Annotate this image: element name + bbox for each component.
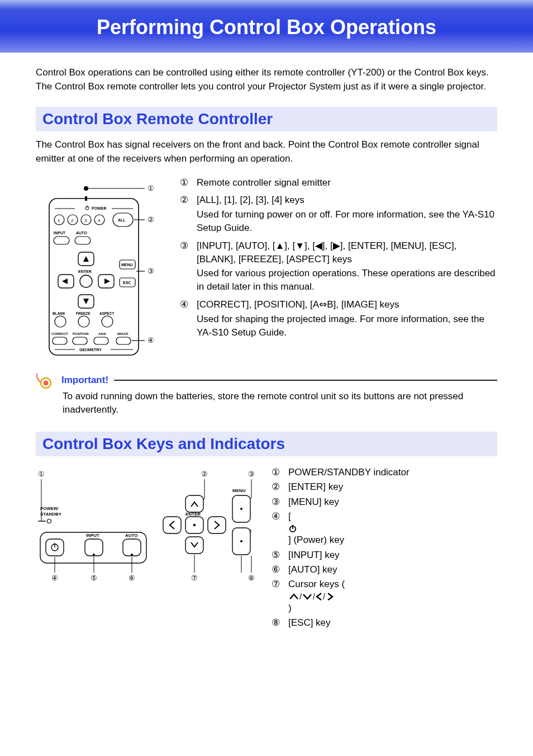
callout-text-suffix: ): [288, 603, 292, 613]
remote-diagram: ① POWER: [36, 176, 164, 361]
svg-text:/: /: [313, 592, 315, 601]
svg-rect-53: [163, 517, 181, 533]
callout-text: [MENU] key: [288, 495, 339, 509]
svg-rect-27: [53, 337, 67, 344]
important-note: Important! To avoid running down the bat…: [36, 372, 497, 417]
intro-paragraph: Control Box operations can be controlled…: [36, 66, 497, 93]
label-ab: A⇔B: [98, 332, 106, 336]
label-enter: ENTER: [78, 270, 92, 273]
label-esc: ESC: [123, 281, 131, 285]
callout-text-prefix: Cursor keys (: [288, 579, 345, 589]
remote-callout-3: ③ [INPUT], [AUTO], [▲], [▼], [◀], [▶], […: [180, 239, 497, 295]
label-1: 1: [58, 218, 60, 223]
label-blank: BLANK: [53, 311, 65, 315]
svg-point-56: [193, 524, 196, 526]
label-position: POSITION: [73, 332, 89, 336]
callout-desc: Used for shaping the projected image. Fo…: [197, 313, 497, 339]
svg-point-26: [102, 316, 113, 327]
svg-point-60: [240, 540, 242, 542]
remote-paragraph: The Control Box has signal receivers on …: [36, 138, 497, 166]
svg-point-24: [55, 316, 66, 327]
divider: [114, 380, 497, 381]
k-cnum4: ④: [51, 574, 58, 582]
svg-rect-49: [123, 539, 141, 556]
callout-num-1: ①: [147, 184, 154, 192]
key-callout-7: ⑦ Cursor keys ( / / / ): [272, 577, 497, 616]
k-cnum3: ③: [248, 470, 255, 478]
callout-num-4: ④: [147, 336, 154, 344]
callout-text-suffix: ] (Power) key: [288, 535, 344, 545]
label-2: 2: [71, 218, 74, 223]
callout-title: [CORRECT], [POSITION], [A⇔B], [IMAGE] ke…: [197, 298, 497, 311]
k-label-power-standby: POWER/ STANDBY: [40, 506, 62, 517]
section-heading-keys: Control Box Keys and Indicators: [36, 432, 497, 456]
key-callout-4: ④ [] (Power) key: [272, 509, 497, 548]
k-label-enter: ENTER: [185, 512, 201, 517]
svg-point-58: [240, 508, 242, 510]
k-cnum2: ②: [201, 470, 208, 478]
remote-callout-1: ① Remote controller signal emitter: [180, 176, 497, 191]
svg-rect-52: [185, 537, 203, 554]
key-callout-8: ⑧ [ESC] key: [272, 616, 497, 630]
callout-text: [] (Power) key: [288, 509, 344, 548]
callout-text: [ESC] key: [288, 616, 331, 630]
callout-number: ⑤: [272, 548, 283, 563]
callout-number: ③: [180, 239, 191, 295]
callout-title: [ALL], [1], [2], [3], [4] keys: [197, 193, 497, 207]
callout-text: [INPUT] key: [288, 548, 340, 563]
important-text: To avoid running down the batteries, sto…: [63, 390, 497, 417]
label-freeze: FREEZE: [76, 311, 91, 315]
svg-point-25: [78, 316, 89, 327]
k-cnum1: ①: [38, 470, 45, 478]
svg-rect-15: [75, 237, 91, 244]
label-aspect: ASPECT: [99, 311, 114, 315]
k-cnum7: ⑦: [191, 574, 198, 582]
callout-number: ②: [180, 193, 191, 235]
k-cnum5: ⑤: [91, 574, 97, 582]
power-icon: [288, 524, 297, 533]
callout-text: POWER/STANDBY indicator: [288, 465, 410, 480]
svg-rect-47: [85, 539, 103, 556]
label-all: ALL: [118, 218, 126, 222]
label-geometry: GEOMETRY: [79, 348, 102, 352]
callout-number: ⑥: [272, 563, 283, 577]
k-cnum8: ⑧: [248, 574, 255, 582]
svg-point-20: [80, 275, 92, 287]
k-label-auto: AUTO: [125, 533, 138, 538]
callout-number: ①: [180, 176, 191, 191]
svg-text:/: /: [299, 592, 302, 601]
svg-point-35: [44, 380, 49, 385]
callout-desc: Used for turning power on or off. For mo…: [197, 208, 497, 235]
svg-point-50: [131, 554, 133, 556]
svg-point-48: [93, 554, 95, 556]
key-callout-1: ① POWER/STANDBY indicator: [272, 465, 497, 480]
svg-rect-14: [54, 237, 69, 244]
svg-rect-3: [85, 196, 87, 201]
callout-num-2: ②: [147, 215, 154, 224]
remote-callouts: ① Remote controller signal emitter ② [AL…: [180, 176, 497, 344]
callout-text: [AUTO] key: [288, 563, 337, 577]
callout-number: ⑦: [272, 577, 283, 616]
svg-rect-29: [94, 337, 108, 344]
svg-point-0: [84, 186, 88, 191]
callout-text: Cursor keys ( / / / ): [288, 577, 345, 616]
key-callout-5: ⑤ [INPUT] key: [272, 548, 497, 563]
svg-rect-51: [185, 495, 203, 512]
svg-rect-54: [208, 517, 226, 533]
remote-callout-2: ② [ALL], [1], [2], [3], [4] keys Used fo…: [180, 193, 497, 235]
cursor-keys-icon: / / /: [288, 592, 339, 601]
k-label-input: INPUT: [86, 533, 99, 538]
label-correct: CORRECT: [51, 332, 68, 336]
callout-number: ②: [272, 480, 283, 494]
callout-title: [INPUT], [AUTO], [▲], [▼], [◀], [▶], [EN…: [197, 239, 497, 266]
callout-text-prefix: [: [288, 511, 291, 522]
svg-point-42: [47, 519, 51, 523]
callout-number: ⑧: [272, 616, 283, 630]
callout-title: Remote controller signal emitter: [197, 176, 331, 190]
label-power: POWER: [92, 206, 106, 210]
key-callout-3: ③ [MENU] key: [272, 495, 497, 509]
key-callouts: ① POWER/STANDBY indicator ② [ENTER] key …: [272, 465, 497, 630]
callout-desc: Used for various projection operations. …: [197, 267, 497, 294]
key-callout-6: ⑥ [AUTO] key: [272, 563, 497, 577]
label-menu: MENU: [121, 263, 133, 267]
